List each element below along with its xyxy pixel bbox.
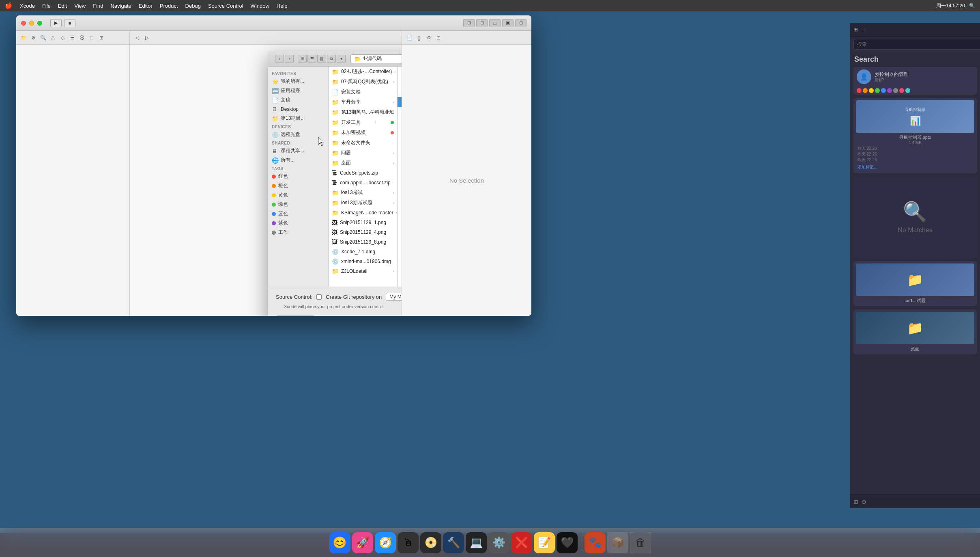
sidebar-toggle-left[interactable]: ⊞ bbox=[463, 19, 475, 27]
dock-dvd[interactable]: 📀 bbox=[420, 532, 441, 553]
menu-xcode[interactable]: Xcode bbox=[20, 3, 35, 9]
dialog-back-button[interactable]: ‹ bbox=[275, 55, 284, 63]
sidebar-item-course-share[interactable]: 🖥 课程共享... bbox=[268, 146, 328, 155]
dock-extra2[interactable]: 🗑 bbox=[630, 532, 651, 553]
sidebar-item-remote-disc[interactable]: 💿 远程光盘 bbox=[268, 130, 328, 139]
layout-btn-1[interactable]: □ bbox=[489, 19, 501, 27]
file-item[interactable]: 📁 车丹分享 › bbox=[329, 97, 397, 107]
rs-bottom-icon-2[interactable]: ⊙ bbox=[862, 499, 866, 505]
sidebar-icon-4[interactable]: ⚠ bbox=[49, 34, 57, 42]
file-item[interactable]: 📁 07-黑马QQ列表(优化) › bbox=[329, 77, 397, 87]
nav-forward-icon[interactable]: ▷ bbox=[143, 34, 151, 42]
menubar-search-icon[interactable]: 🔍 bbox=[969, 3, 975, 9]
menu-product[interactable]: Product bbox=[160, 3, 178, 9]
dock-paw[interactable]: 🐾 bbox=[585, 532, 606, 553]
menu-editor[interactable]: Editor bbox=[139, 3, 153, 9]
sidebar-icon-9[interactable]: ⊞ bbox=[97, 34, 105, 42]
file-item[interactable]: 💿 Xcode_7.1.dmg bbox=[329, 247, 397, 257]
dock-launchpad[interactable]: 🚀 bbox=[352, 532, 373, 553]
menu-source-control[interactable]: Source Control bbox=[208, 3, 243, 9]
window-maximize-button[interactable] bbox=[37, 21, 42, 26]
sidebar-icon-7[interactable]: ⛓ bbox=[78, 34, 86, 42]
rs-add-tag[interactable]: 添加标记... bbox=[856, 164, 974, 171]
menu-find[interactable]: Find bbox=[93, 3, 103, 9]
file-item[interactable]: 🖼 Snip20151129_4.png bbox=[329, 227, 397, 237]
file-item[interactable]: 🗜 CodeSnippets.zip bbox=[329, 168, 397, 178]
menu-window[interactable]: Window bbox=[251, 3, 269, 9]
rs-card-controller[interactable]: 👤 乡控制器的管理 XHIP bbox=[853, 67, 977, 95]
window-minimize-button[interactable] bbox=[29, 21, 34, 26]
dock-finder[interactable]: 😊 bbox=[329, 532, 350, 553]
file-item[interactable]: 📁 ios13考试 › bbox=[329, 188, 397, 198]
window-close-button[interactable] bbox=[21, 21, 26, 26]
file-item[interactable]: 📁 ZJLOLdetail › bbox=[329, 266, 397, 276]
sidebar-item-tag-red[interactable]: 红色 bbox=[268, 172, 328, 181]
sidebar-item-tag-orange[interactable]: 橙色 bbox=[268, 181, 328, 190]
mac-dropdown[interactable]: My Mac bbox=[386, 293, 402, 301]
dock-xcode[interactable]: 🔨 bbox=[443, 532, 464, 553]
dock-stickies[interactable]: 📝 bbox=[534, 532, 555, 553]
layout-btn-3[interactable]: ⊡ bbox=[515, 19, 527, 27]
sidebar-item-tag-yellow[interactable]: 黄色 bbox=[268, 190, 328, 200]
dock-safari[interactable]: 🧭 bbox=[375, 532, 396, 553]
sidebar-item-tag-green[interactable]: 绿色 bbox=[268, 200, 328, 209]
file-item[interactable]: 📁 问题 › bbox=[329, 148, 397, 158]
apple-menu-icon[interactable]: 🍎 bbox=[5, 2, 13, 9]
dock-steermouse[interactable]: 🖱 bbox=[398, 532, 419, 553]
file-item[interactable]: 📁 未加密视频 bbox=[329, 127, 397, 138]
git-repository-checkbox[interactable] bbox=[316, 294, 322, 300]
right-sidebar-search-input[interactable] bbox=[853, 39, 980, 50]
dock-xmind[interactable]: ❌ bbox=[511, 532, 532, 553]
sidebar-item-tag-work[interactable]: 工作 bbox=[268, 228, 328, 237]
sidebar-item-desktop[interactable]: 🖥 Desktop bbox=[268, 105, 328, 114]
menu-file[interactable]: File bbox=[42, 3, 51, 9]
file-item[interactable]: 🗜 com.apple.…docset.zip bbox=[329, 178, 397, 188]
inspector-icon-3[interactable]: ⚙ bbox=[425, 34, 433, 42]
inspector-icon-4[interactable]: ⊡ bbox=[434, 34, 443, 42]
sidebar-icon-5[interactable]: ◇ bbox=[58, 34, 67, 42]
menu-navigate[interactable]: Navigate bbox=[110, 3, 131, 9]
dock-extra1[interactable]: 📦 bbox=[607, 532, 628, 553]
dock-terminal[interactable]: 💻 bbox=[466, 532, 487, 553]
rs-icon-1[interactable]: ⊞ bbox=[853, 26, 858, 32]
dialog-forward-button[interactable]: › bbox=[285, 55, 294, 63]
sidebar-icon-6[interactable]: ☰ bbox=[68, 34, 76, 42]
view-cover-btn[interactable]: ⧉ bbox=[327, 55, 336, 63]
file-item-selected[interactable]: 📁 4-源代码 › bbox=[398, 97, 402, 107]
file-item[interactable]: 📁 3-视频 › bbox=[398, 87, 402, 97]
file-item[interactable]: 📁 02-UI进步-…Controller) › bbox=[329, 67, 397, 77]
play-button[interactable]: ▶ bbox=[50, 19, 62, 27]
sidebar-item-apps[interactable]: 🔤 应用程序 bbox=[268, 86, 328, 95]
nav-back-icon[interactable]: ◁ bbox=[133, 34, 141, 42]
view-grid-btn[interactable]: ⊞ bbox=[298, 55, 307, 63]
file-item[interactable]: 📁 第13期黑马...学科就业班 bbox=[329, 107, 397, 117]
rs-icon-2[interactable]: → bbox=[861, 26, 866, 32]
file-item[interactable]: 📁 桌面 › bbox=[329, 158, 397, 168]
view-column-btn[interactable]: ||| bbox=[317, 55, 326, 63]
dock-preferences[interactable]: ⚙️ bbox=[488, 532, 509, 553]
rs-bottom-icon-1[interactable]: ⊞ bbox=[853, 499, 858, 505]
menu-debug[interactable]: Debug bbox=[185, 3, 201, 9]
menu-view[interactable]: View bbox=[74, 3, 86, 9]
stop-button[interactable]: ■ bbox=[64, 19, 75, 27]
file-item[interactable]: 📁 1-教学资料 › bbox=[398, 67, 402, 77]
dock-iterm[interactable]: 🖤 bbox=[557, 532, 578, 553]
sidebar-item-all[interactable]: ⭐ 我的所有... bbox=[268, 77, 328, 86]
file-item[interactable]: 📁 未命名文件夹 bbox=[329, 138, 397, 148]
layout-btn-2[interactable]: ▣ bbox=[502, 19, 514, 27]
rs-file-card-pptx[interactable]: 寻航控制器 📊 寻航控制器.pptx 1.4 MB 昨天 22:26 昨天 22… bbox=[853, 98, 977, 173]
rs-file-card-ios[interactable]: 📁 ios1...试题 bbox=[853, 261, 977, 306]
sidebar-item-tag-purple[interactable]: 紫色 bbox=[268, 218, 328, 228]
sidebar-item-all-shared[interactable]: 🌐 所有... bbox=[268, 155, 328, 165]
sidebar-item-heima[interactable]: 📁 第13期黑... bbox=[268, 114, 328, 123]
location-bar[interactable]: 📁 4-源代码 ▾ bbox=[350, 54, 402, 63]
view-group-btn[interactable]: ▾ bbox=[337, 55, 346, 63]
sidebar-item-tag-blue[interactable]: 蓝色 bbox=[268, 209, 328, 218]
file-item[interactable]: 🖼 Snip20151129_8.png bbox=[329, 237, 397, 247]
sidebar-icon-2[interactable]: ⊗ bbox=[29, 34, 37, 42]
menu-help[interactable]: Help bbox=[277, 3, 288, 9]
inspector-icon-2[interactable]: {} bbox=[415, 34, 423, 42]
view-list-btn[interactable]: ☰ bbox=[307, 55, 316, 63]
file-item[interactable]: 📁 KSImageN...ode-master › bbox=[329, 208, 397, 218]
file-item[interactable]: 💿 xmind-ma...01906.dmg bbox=[329, 257, 397, 266]
